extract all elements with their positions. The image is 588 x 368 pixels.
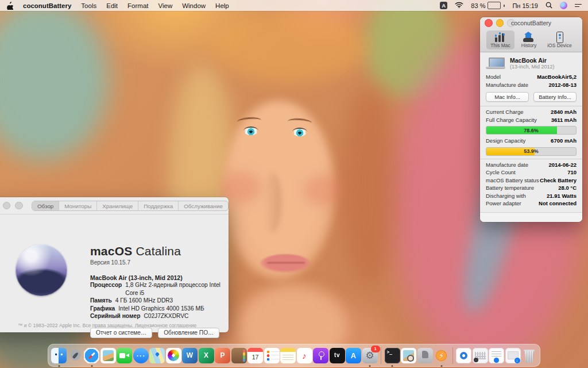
window-title: coconutBattery: [480, 20, 582, 26]
menu-view[interactable]: View: [158, 2, 172, 9]
minimize-button[interactable]: [3, 202, 11, 210]
mac-info-button[interactable]: Mac Info...: [486, 92, 529, 102]
tab-displays[interactable]: Мониторы: [59, 201, 96, 210]
detail-row: Cycle Count 710: [486, 169, 577, 177]
coconutbattery-toolbar: This Mac History iOS Device: [480, 29, 582, 52]
os-version: Версия 10.15.7: [90, 259, 220, 266]
dock-item-maps[interactable]: [149, 348, 165, 363]
wallpaper-blob: [342, 86, 396, 288]
tab-this-mac[interactable]: This Mac: [486, 30, 514, 49]
dock-item-appstore[interactable]: A: [346, 348, 361, 363]
dock-item-facetime[interactable]: [117, 348, 132, 363]
catalina-logo: [16, 244, 67, 296]
wallpaper-eye: [243, 126, 258, 135]
dock-item-launchpad[interactable]: [68, 348, 83, 363]
running-indicator: [369, 365, 371, 367]
dock-icon-glyph: [280, 348, 296, 363]
dock-icon-glyph: [473, 348, 488, 363]
os-title: macOS Catalina: [90, 244, 220, 258]
dock-item-safari[interactable]: [84, 348, 99, 363]
row-label: Battery temperature: [486, 185, 534, 191]
about-titlebar[interactable]: Обзор Мониторы Хранилище Поддержка Обслу…: [0, 197, 229, 214]
dock-item-document-keyboard[interactable]: [473, 348, 488, 363]
row-value: MacBookAir5,2: [537, 74, 577, 80]
tab-service[interactable]: Обслуживание: [178, 201, 228, 210]
spec-label: Память: [90, 297, 112, 305]
dock-icon-glyph: A: [346, 348, 361, 363]
dock-item-excel[interactable]: X: [199, 348, 214, 363]
wifi-icon[interactable]: [455, 2, 463, 9]
menu-window[interactable]: Window: [182, 2, 206, 9]
dock-item-podcasts[interactable]: [313, 348, 328, 363]
dock-item-finder[interactable]: [51, 348, 67, 363]
tab-overview[interactable]: Обзор: [32, 201, 59, 210]
dock-item-document-installer[interactable]: [456, 348, 471, 363]
dock-item-calendar[interactable]: 17: [247, 348, 263, 363]
row-label: Model: [486, 74, 501, 80]
wallpaper-blush: [303, 174, 345, 206]
tab-support[interactable]: Поддержка: [138, 201, 178, 210]
dock-item-document-text[interactable]: [489, 348, 504, 363]
dock-item-photos[interactable]: [166, 348, 181, 363]
dock-item-powerpoint[interactable]: P: [215, 348, 230, 363]
menu-tools[interactable]: Tools: [81, 2, 96, 9]
running-indicator: [392, 365, 393, 367]
menu-format[interactable]: Format: [127, 2, 148, 9]
spec-row: Память 4 ГБ 1600 MHz DDR3: [90, 297, 220, 305]
row-value: 21.91 Watts: [547, 193, 577, 199]
dock-item-messages[interactable]: [133, 348, 149, 363]
wallpaper-face: [223, 101, 335, 279]
dock-item-utility-app[interactable]: [417, 348, 433, 363]
dock-icon-glyph: tv: [330, 348, 345, 363]
dock-item-terminal[interactable]: >_: [385, 348, 400, 363]
battery-status[interactable]: 83 %: [471, 2, 505, 9]
system-report-button[interactable]: Отчет о системе…: [90, 328, 152, 338]
wallpaper-lips-line: [267, 262, 305, 263]
info-row: Model MacBookAir5,2: [486, 74, 577, 82]
dock-item-downloads[interactable]: [505, 348, 521, 363]
spec-value: C02J7ZKXDRVC: [144, 312, 188, 320]
coconutbattery-titlebar[interactable]: coconutBattery: [480, 17, 582, 29]
software-update-button[interactable]: Обновление ПО…: [158, 328, 219, 338]
dock-item-word[interactable]: W: [182, 348, 198, 363]
charge-row: Full Charge Capacity 3611 mAh: [486, 117, 577, 125]
dock-item-screenshot-utility[interactable]: [401, 348, 416, 363]
dock-item-reminders[interactable]: [264, 348, 280, 363]
row-value: 710: [567, 169, 577, 175]
running-indicator: [440, 365, 442, 367]
menu-help[interactable]: Help: [215, 2, 229, 9]
tab-history[interactable]: History: [517, 30, 540, 49]
dock-icon-glyph: [51, 348, 67, 363]
zoom-button[interactable]: [15, 202, 23, 210]
mac-model: MacBook Air (13-inch, Mid 2012): [90, 274, 220, 281]
spec-row: Процессор 1,8 GHz 2-ядерный процессор In…: [90, 281, 220, 297]
menu-app-name[interactable]: coconutBattery: [23, 2, 71, 9]
dock-item-coconutbattery[interactable]: ⚡: [434, 348, 449, 363]
spec-value: 4 ГБ 1600 MHz DDR3: [115, 297, 173, 305]
dock-icon-glyph: [117, 348, 132, 363]
apple-menu-icon[interactable]: [6, 2, 13, 10]
dock-item-tv[interactable]: tv: [330, 348, 345, 363]
battery-info-button[interactable]: Battery Info...: [533, 92, 577, 102]
row-label: Discharging with: [486, 193, 526, 199]
dock-item-preview[interactable]: [100, 348, 116, 363]
dock-icon-glyph: ⚡: [434, 348, 449, 363]
siri-icon[interactable]: [560, 2, 567, 9]
menu-edit[interactable]: Edit: [106, 2, 118, 9]
tab-storage[interactable]: Хранилище: [96, 201, 138, 210]
dock-icon-glyph: [521, 348, 537, 363]
battery-icon: [488, 2, 501, 9]
notification-center-icon[interactable]: [575, 4, 582, 7]
dock-item-music[interactable]: ♪: [297, 348, 312, 363]
about-tab-bar: Обзор Мониторы Хранилище Поддержка Обслу…: [32, 201, 229, 211]
tab-ios-device[interactable]: iOS Device: [543, 30, 576, 49]
menu-clock[interactable]: Пн 15:19: [512, 2, 538, 9]
row-label: Current Charge: [486, 109, 523, 115]
dock-item-trash[interactable]: [521, 348, 537, 363]
dock-item-notes[interactable]: [280, 348, 296, 363]
dock-item-contacts[interactable]: [231, 348, 247, 363]
battery-percent-label: 83 %: [471, 2, 485, 9]
spotlight-icon[interactable]: [546, 2, 552, 10]
dock-item-system-preferences[interactable]: ⚙1: [362, 348, 378, 363]
input-source-icon[interactable]: A: [440, 2, 447, 9]
